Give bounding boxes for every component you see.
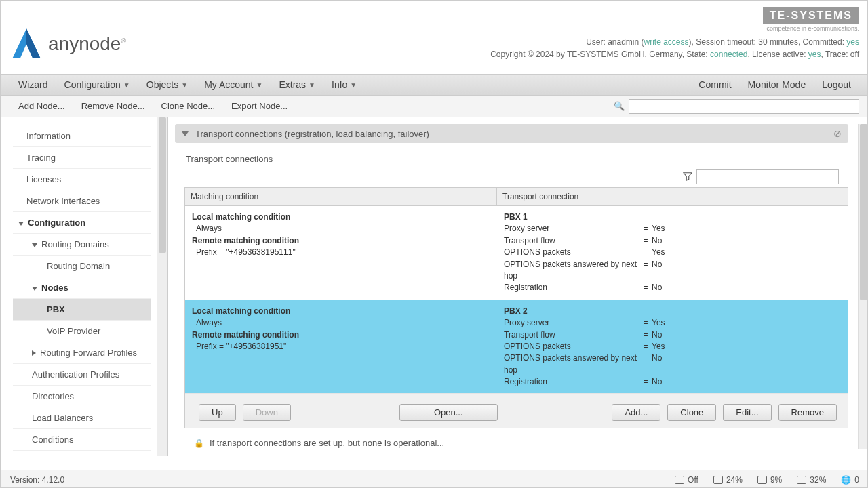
menubar: Wizard Configuration ▼ Objects ▼ My Acco… <box>1 74 868 96</box>
sidebar-dirs[interactable]: Directories <box>13 386 151 407</box>
globe-icon: 🌐 <box>841 475 851 485</box>
sidebar-voip[interactable]: VoIP Provider <box>13 321 151 342</box>
footer-alerts: 🌐0 <box>841 475 859 485</box>
chevron-down-icon <box>182 131 189 136</box>
tool-add-node[interactable]: Add Node... <box>10 101 73 111</box>
lock-icon: 🔒 <box>194 439 204 448</box>
filter-icon[interactable] <box>683 171 692 183</box>
logo: anynode® <box>10 14 126 74</box>
add-button[interactable]: Add... <box>612 404 660 421</box>
sidebar-auth[interactable]: Authentication Profiles <box>13 364 151 386</box>
chevron-right-icon <box>32 350 36 356</box>
footer-mem: 32% <box>797 475 826 485</box>
sidebar-nodes[interactable]: Nodes <box>13 277 151 299</box>
table-row[interactable]: Local matching conditionAlwaysRemote mat… <box>185 206 848 300</box>
col-matching[interactable]: Matching condition <box>185 188 497 205</box>
write-access-link[interactable]: write access <box>644 37 689 47</box>
sidebar-scrollbar[interactable] <box>157 117 167 456</box>
sidebar-lb[interactable]: Load Balancers <box>13 407 151 429</box>
toolbar: Add Node... Remove Node... Clone Node...… <box>1 96 868 117</box>
header-info: TE-SYSTEMS competence in e-communication… <box>490 7 859 74</box>
section-subtitle: Transport connections <box>175 148 859 169</box>
chevron-down-icon: ▼ <box>350 81 357 89</box>
sidebar-configuration[interactable]: Configuration <box>13 212 151 234</box>
sidebar-routing-domain[interactable]: Routing Domain <box>13 256 151 277</box>
sidebar-tracing[interactable]: Tracing <box>13 147 151 169</box>
menu-extras[interactable]: Extras ▼ <box>271 79 323 90</box>
tool-export-node[interactable]: Export Node... <box>223 101 296 111</box>
section-header[interactable]: Transport connections (registration, loa… <box>175 124 848 143</box>
tool-remove-node[interactable]: Remove Node... <box>73 101 153 111</box>
tes-subtitle: competence in e-communications. <box>490 25 859 32</box>
version-label: Version: 4.12.0 <box>10 475 64 485</box>
down-button[interactable]: Down <box>243 404 291 421</box>
menu-wizard[interactable]: Wizard <box>10 79 56 90</box>
open-button[interactable]: Open... <box>399 404 498 421</box>
menu-account[interactable]: My Account ▼ <box>196 79 271 90</box>
sidebar-hs[interactable]: Hot Standbys <box>13 451 151 456</box>
tes-logo: TE-SYSTEMS <box>763 7 859 24</box>
menu-configuration[interactable]: Configuration ▼ <box>56 79 138 90</box>
chevron-down-icon <box>32 243 37 247</box>
chevron-down-icon <box>32 287 37 291</box>
brand-text: anynode® <box>48 33 126 55</box>
cpu-icon <box>757 476 767 484</box>
menu-info[interactable]: Info ▼ <box>323 79 365 90</box>
sidebar-licenses[interactable]: Licenses <box>13 169 151 190</box>
search-input[interactable] <box>629 99 859 114</box>
disk-icon <box>713 476 723 484</box>
transport-table: Matching condition Transport connection … <box>184 187 848 394</box>
remove-button[interactable]: Remove <box>778 404 837 421</box>
menu-logout[interactable]: Logout <box>814 79 859 90</box>
chevron-down-icon: ▼ <box>309 81 315 89</box>
table-row[interactable]: Local matching conditionAlwaysRemote mat… <box>185 300 848 394</box>
col-connection[interactable]: Transport connection <box>497 188 848 205</box>
content-scrollbar[interactable] <box>858 124 868 449</box>
section-title: Transport connections (registration, loa… <box>195 129 429 139</box>
logo-icon <box>10 27 43 61</box>
user-status-line: User: anadmin (write access), Session ti… <box>490 37 859 47</box>
sidebar-rfp[interactable]: Routing Forward Profiles <box>13 342 151 364</box>
section-toggle-icon[interactable]: ⊘ <box>833 128 842 139</box>
battery-icon <box>675 476 684 484</box>
chevron-down-icon: ▼ <box>256 81 263 89</box>
footer-disk: 24% <box>713 475 743 485</box>
footer-cpu: 9% <box>757 475 782 485</box>
sidebar-routing-domains[interactable]: Routing Domains <box>13 234 151 256</box>
sidebar-cond[interactable]: Conditions <box>13 429 151 451</box>
copyright-line: Copyright © 2024 by TE-SYSTEMS GmbH, Ger… <box>490 49 859 59</box>
clone-button[interactable]: Clone <box>667 404 716 421</box>
sidebar-information[interactable]: Information <box>13 125 151 147</box>
radio-take-down[interactable]: also take down this SIP node <box>194 453 848 456</box>
menu-commit[interactable]: Commit <box>690 79 739 90</box>
operational-title: 🔒If transport connections are set up, bu… <box>194 438 848 448</box>
memory-icon <box>797 476 806 484</box>
tool-clone-node[interactable]: Clone Node... <box>153 101 224 111</box>
chevron-down-icon <box>18 222 24 226</box>
sidebar-network[interactable]: Network Interfaces <box>13 190 151 212</box>
footer-off: Off <box>675 475 698 485</box>
sidebar-pbx[interactable]: PBX <box>13 299 151 321</box>
menu-monitor[interactable]: Monitor Mode <box>740 79 814 90</box>
footer: Version: 4.12.0 Off 24% 9% 32% 🌐0 <box>1 470 868 488</box>
chevron-down-icon: ▼ <box>181 81 188 89</box>
edit-button[interactable]: Edit... <box>723 404 771 421</box>
search-icon: 🔍 <box>614 101 625 111</box>
sidebar: Information Tracing Licenses Network Int… <box>1 117 157 456</box>
up-button[interactable]: Up <box>199 404 236 421</box>
menu-objects[interactable]: Objects ▼ <box>138 79 196 90</box>
chevron-down-icon: ▼ <box>123 81 130 89</box>
table-filter-input[interactable] <box>696 169 839 184</box>
